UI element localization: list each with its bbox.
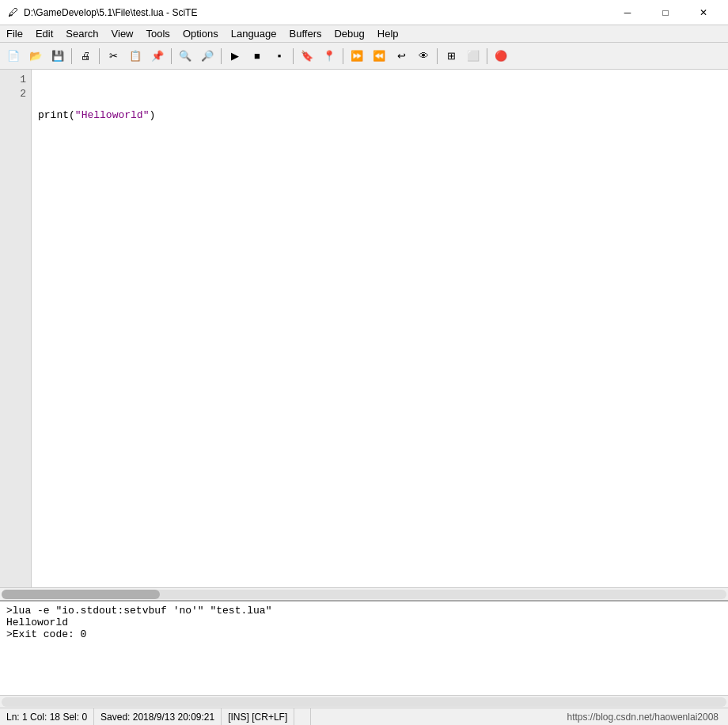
hscroll-track[interactable] — [2, 590, 726, 599]
status-saved: Saved: 2018/9/13 20:09:21 — [94, 708, 222, 725]
title-bar: 🖊 D:\GameDevelop\5.1\File\test.lua - Sci… — [0, 0, 728, 25]
toolbar-btn-rect[interactable]: ▪ — [269, 46, 290, 66]
toolbar-btn-bookmark[interactable]: 🔖 — [297, 46, 317, 66]
toolbar-btn-bookmarknext[interactable]: 📍 — [319, 46, 339, 66]
toolbar-btn-jumpto[interactable]: ⏩ — [347, 46, 367, 66]
toolbar-btn-paste[interactable]: 📌 — [147, 46, 168, 66]
menu-item-file[interactable]: File — [0, 25, 29, 42]
toolbar-separator — [71, 48, 72, 64]
toolbar-btn-cut[interactable]: ✂ — [103, 46, 123, 66]
toolbar-separator — [343, 48, 343, 64]
toolbar-separator — [99, 48, 100, 64]
output-command: >lua -e "io.stdout:setvbuf 'no'" "test.l… — [6, 605, 722, 617]
status-url: https://blog.csdn.net/haowenlai2008 — [311, 712, 722, 723]
output-exit-code: >Exit code: 0 — [6, 628, 722, 640]
toolbar-separator — [487, 48, 487, 64]
menu-item-help[interactable]: Help — [371, 25, 405, 42]
toolbar-btn-macro[interactable]: ⬜ — [463, 46, 483, 66]
output-result: Helloworld — [6, 617, 722, 628]
main-area: 12 print("Helloworld") >lua -e "io.stdou… — [0, 70, 728, 708]
window-title: D:\GameDevelop\5.1\File\test.lua - SciTE — [24, 7, 609, 18]
editor-area: 12 print("Helloworld") — [0, 70, 728, 587]
code-line — [38, 123, 722, 137]
menu-item-debug[interactable]: Debug — [328, 25, 370, 42]
toolbar-btn-findnext[interactable]: 🔎 — [197, 46, 218, 66]
code-line: print("Helloworld") — [38, 108, 722, 123]
menu-item-options[interactable]: Options — [176, 25, 225, 42]
editor-hscrollbar[interactable] — [0, 587, 728, 600]
line-number: 2 — [0, 87, 26, 101]
menu-item-buffers[interactable]: Buffers — [283, 25, 328, 42]
out-hscroll-track[interactable] — [2, 697, 726, 707]
status-ins: [INS] [CR+LF] — [222, 708, 294, 725]
close-button[interactable]: ✕ — [685, 0, 722, 25]
status-position: Ln: 1 Col: 18 Sel: 0 — [6, 708, 94, 725]
toolbar-btn-abort[interactable]: 🔴 — [491, 46, 511, 66]
line-numbers: 12 — [0, 70, 32, 587]
minimize-button[interactable]: ─ — [609, 0, 646, 25]
code-editor[interactable]: print("Helloworld") — [32, 70, 728, 587]
toolbar-separator — [171, 48, 172, 64]
toolbar-btn-grid[interactable]: ⊞ — [441, 46, 461, 66]
toolbar: 📄📂💾🖨✂📋📌🔍🔎▶■▪🔖📍⏩⏪↩👁⊞⬜🔴 — [0, 43, 728, 70]
toolbar-btn-save[interactable]: 💾 — [47, 46, 68, 66]
output-hscrollbar[interactable] — [0, 695, 728, 708]
menu-bar: FileEditSearchViewToolsOptionsLanguageBu… — [0, 25, 728, 43]
toolbar-btn-find[interactable]: 🔍 — [175, 46, 195, 66]
toolbar-separator — [293, 48, 294, 64]
toolbar-btn-matchbrace[interactable]: ↩ — [391, 46, 411, 66]
status-bar: Ln: 1 Col: 18 Sel: 0 Saved: 2018/9/13 20… — [0, 708, 728, 725]
menu-item-search[interactable]: Search — [59, 25, 104, 42]
toolbar-btn-open[interactable]: 📂 — [25, 46, 46, 66]
menu-item-tools[interactable]: Tools — [140, 25, 176, 42]
toolbar-btn-new[interactable]: 📄 — [3, 46, 24, 66]
hscroll-thumb[interactable] — [2, 590, 160, 599]
toolbar-btn-jumpback[interactable]: ⏪ — [369, 46, 389, 66]
toolbar-btn-togglefold[interactable]: 👁 — [413, 46, 434, 66]
menu-item-language[interactable]: Language — [225, 25, 283, 42]
menu-item-view[interactable]: View — [105, 25, 140, 42]
toolbar-btn-print[interactable]: 🖨 — [75, 46, 96, 66]
toolbar-separator — [221, 48, 222, 64]
app-icon: 🖊 — [6, 6, 19, 19]
output-panel[interactable]: >lua -e "io.stdout:setvbuf 'no'" "test.l… — [0, 600, 728, 695]
toolbar-btn-stop[interactable]: ■ — [247, 46, 267, 66]
maximize-button[interactable]: □ — [647, 0, 684, 25]
toolbar-btn-run[interactable]: ▶ — [225, 46, 245, 66]
line-number: 1 — [0, 73, 26, 87]
toolbar-btn-copy[interactable]: 📋 — [125, 46, 146, 66]
menu-item-edit[interactable]: Edit — [29, 25, 59, 42]
toolbar-separator — [437, 48, 438, 64]
window-controls: ─ □ ✕ — [609, 0, 722, 25]
